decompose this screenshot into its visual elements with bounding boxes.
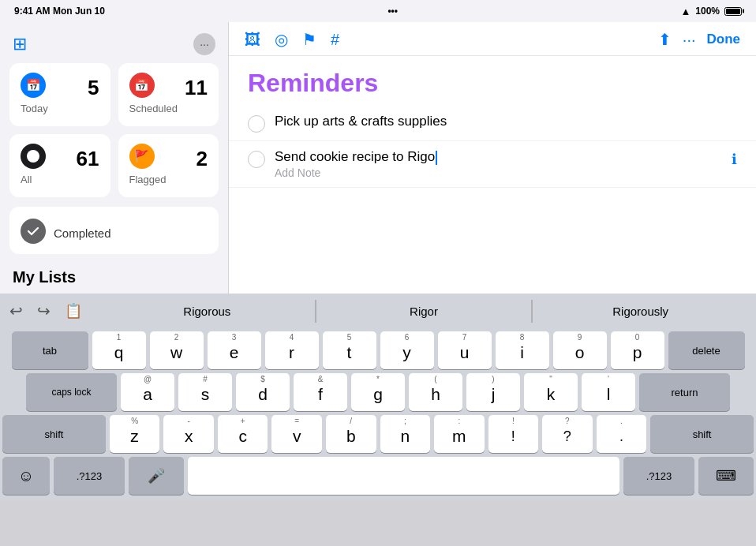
i-key[interactable]: 8i xyxy=(496,331,549,369)
r-key[interactable]: 4r xyxy=(265,331,319,369)
y-key[interactable]: 6y xyxy=(380,331,434,369)
status-right: ▲ 100% xyxy=(680,6,742,17)
completed-label: Completed xyxy=(54,226,111,240)
share-icon[interactable]: ⬆ xyxy=(658,30,672,49)
z-key[interactable]: %z xyxy=(110,415,160,453)
key-row-4: ☺ .?123 🎤 .?123 ⌨ xyxy=(2,457,754,495)
w-key[interactable]: 2w xyxy=(150,331,204,369)
sidebar-header: ⊞ ··· xyxy=(0,22,228,63)
hide-keyboard-key[interactable]: ⌨ xyxy=(698,457,754,495)
today-count: 5 xyxy=(88,77,99,98)
key-row-1: tab 1q 2w 3e 4r 5t 6y 7u 8i 9o 0p delete xyxy=(2,331,754,369)
toolbar: 🖼 ◎ ⚑ # ⬆ ··· Done xyxy=(229,22,756,56)
f-key[interactable]: &f xyxy=(294,373,347,411)
undo-button[interactable]: ↩ xyxy=(6,298,26,323)
sidebar-ellipsis-button[interactable]: ··· xyxy=(193,33,215,55)
v-key[interactable]: =v xyxy=(271,415,322,453)
b-key[interactable]: /b xyxy=(326,415,376,453)
scheduled-icon: 📅 xyxy=(129,73,155,98)
reminder-note-2[interactable]: Add Note xyxy=(275,166,722,179)
smart-list-completed[interactable]: Completed xyxy=(9,207,219,254)
toolbar-right: ⬆ ··· Done xyxy=(658,30,740,49)
status-center: ••• xyxy=(387,6,398,17)
emoji-key[interactable]: ☺ xyxy=(2,457,50,495)
reminder-item-2[interactable]: Send cookie recipe to Rigo Add Note ℹ xyxy=(229,141,756,188)
g-key[interactable]: *g xyxy=(351,373,405,411)
a-key[interactable]: @a xyxy=(121,373,174,411)
battery-icon xyxy=(724,7,742,16)
q-key[interactable]: 1q xyxy=(92,331,146,369)
wifi-icon: ▲ xyxy=(680,6,691,17)
status-bar: 9:41 AM Mon Jun 10 ••• ▲ 100% xyxy=(0,0,756,22)
k-key[interactable]: "k xyxy=(524,373,578,411)
x-key[interactable]: -x xyxy=(163,415,214,453)
suggestion-3[interactable]: Rigorously xyxy=(532,300,748,323)
more-icon[interactable]: ··· xyxy=(683,31,696,49)
period-key[interactable]: .. xyxy=(597,415,647,453)
n-key[interactable]: ;n xyxy=(380,415,431,453)
sidebar-panel-icon[interactable]: ⊞ xyxy=(13,34,27,54)
reminder-text-2: Send cookie recipe to Rigo xyxy=(275,149,722,165)
keyboard-rows: tab 1q 2w 3e 4r 5t 6y 7u 8i 9o 0p delete… xyxy=(0,328,756,500)
return-key[interactable]: return xyxy=(639,373,730,411)
capslock-key[interactable]: caps lock xyxy=(26,373,117,411)
e-key[interactable]: 3e xyxy=(208,331,261,369)
question-key[interactable]: ?? xyxy=(542,415,593,453)
location-icon[interactable]: ◎ xyxy=(275,30,288,49)
flag-icon[interactable]: ⚑ xyxy=(302,30,316,49)
reminder-text-block-1: Pick up arts & crafts supplies xyxy=(275,114,737,129)
smart-list-all[interactable]: 61 All xyxy=(9,134,110,197)
numpad-toggle-key-2[interactable]: .?123 xyxy=(623,457,694,495)
done-button[interactable]: Done xyxy=(707,32,741,47)
space-key[interactable] xyxy=(188,457,619,495)
smart-list-scheduled[interactable]: 📅 11 Scheduled xyxy=(118,63,219,126)
shift-left-key[interactable]: shift xyxy=(2,415,106,453)
smart-list-today[interactable]: 📅 5 Today xyxy=(9,63,110,126)
s-key[interactable]: #s xyxy=(178,373,232,411)
smart-list-flagged[interactable]: 🚩 2 Flagged xyxy=(118,134,219,197)
paste-button[interactable]: 📋 xyxy=(62,299,85,323)
m-key[interactable]: :m xyxy=(434,415,485,453)
info-icon-2[interactable]: ℹ xyxy=(732,151,737,168)
undo-redo-area: ↩ ↪ 📋 xyxy=(0,298,92,323)
keyboard-area: ↩ ↪ 📋 Rigorous Rigor Rigorously tab 1q 2… xyxy=(0,294,756,546)
autocorrect-bar: ↩ ↪ 📋 Rigorous Rigor Rigorously xyxy=(0,294,756,328)
reminder-text-1: Pick up arts & crafts supplies xyxy=(275,114,737,129)
my-lists-header: My Lists xyxy=(0,264,228,290)
mic-key[interactable]: 🎤 xyxy=(129,457,184,495)
scheduled-count: 11 xyxy=(185,77,208,98)
flagged-label: Flagged xyxy=(129,174,208,185)
t-key[interactable]: 5t xyxy=(323,331,376,369)
exclamation-key[interactable]: !! xyxy=(488,415,539,453)
hashtag-icon[interactable]: # xyxy=(331,31,339,49)
shift-right-key[interactable]: shift xyxy=(650,415,754,453)
numpad-toggle-key[interactable]: .?123 xyxy=(54,457,125,495)
suggestion-1[interactable]: Rigorous xyxy=(99,300,316,323)
autocorrect-suggestions: Rigorous Rigor Rigorously xyxy=(92,300,756,323)
d-key[interactable]: $d xyxy=(236,373,290,411)
svg-point-0 xyxy=(27,150,39,163)
reminder-circle-1[interactable] xyxy=(248,115,265,133)
flagged-count: 2 xyxy=(196,148,208,169)
battery-pct: 100% xyxy=(695,6,720,17)
today-label: Today xyxy=(21,103,99,114)
reminders-title: Reminders xyxy=(229,56,756,106)
tab-key[interactable]: tab xyxy=(12,331,88,369)
completed-icon xyxy=(21,219,46,244)
delete-key[interactable]: delete xyxy=(668,331,745,369)
u-key[interactable]: 7u xyxy=(438,331,492,369)
j-key[interactable]: )j xyxy=(466,373,520,411)
p-key[interactable]: 0p xyxy=(611,331,664,369)
reminder-circle-2[interactable] xyxy=(248,151,265,168)
reminder-item-1[interactable]: Pick up arts & crafts supplies xyxy=(229,106,756,141)
redo-button[interactable]: ↪ xyxy=(34,298,54,323)
smart-lists-grid: 📅 5 Today 📅 11 Scheduled 61 All 🚩 xyxy=(0,63,228,207)
o-key[interactable]: 9o xyxy=(553,331,607,369)
l-key[interactable]: 'l xyxy=(582,373,635,411)
h-key[interactable]: (h xyxy=(409,373,462,411)
all-icon xyxy=(21,144,46,169)
suggestion-2[interactable]: Rigor xyxy=(316,300,533,323)
c-key[interactable]: +c xyxy=(218,415,268,453)
scheduled-label: Scheduled xyxy=(129,103,208,114)
image-icon[interactable]: 🖼 xyxy=(245,31,260,49)
